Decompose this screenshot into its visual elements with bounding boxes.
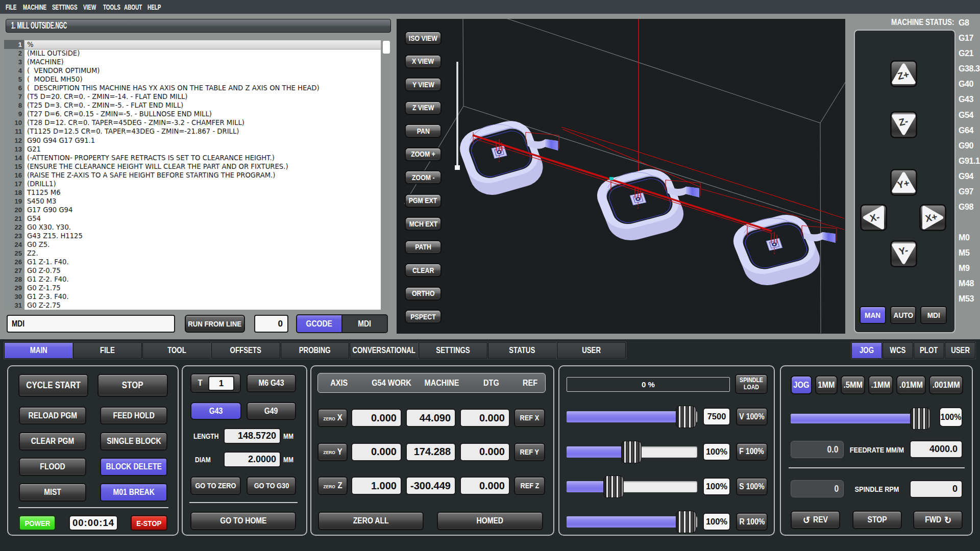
mode-button[interactable]: AUTO — [890, 306, 917, 324]
gcode-line[interactable]: 15 (ENSURE THE CLEARANCE HEIGHT WILL CLE… — [4, 162, 381, 171]
tool-number-value[interactable]: 1 — [208, 376, 234, 391]
main-tab[interactable]: USER — [557, 342, 626, 359]
gcode-line[interactable]: 9 (T27 D=6. CR=0.15 - ZMIN=-5. - BULLNOS… — [4, 110, 381, 118]
menu-item[interactable]: HELP — [148, 3, 168, 11]
main-tab[interactable]: OFFSETS — [211, 342, 280, 359]
override-slider-handle[interactable] — [676, 406, 696, 428]
gcode-scrollbar[interactable] — [382, 40, 390, 310]
gcode-line[interactable]: 25 Z2. — [4, 249, 381, 258]
jog-increment-button[interactable]: .1MM — [868, 375, 893, 394]
m6-g43-button[interactable]: M6 G43 — [247, 374, 296, 392]
gcode-line[interactable]: 30 G1 Z-3. F40. — [4, 292, 381, 301]
gcode-line[interactable]: 12 G90 G94 G17 G91.1 — [4, 136, 381, 145]
gcode-line[interactable]: 4 ( VENDOR OPTIMUM) — [4, 66, 381, 75]
override-slider[interactable] — [567, 446, 697, 458]
main-tab[interactable]: STATUS — [488, 342, 557, 359]
view-button[interactable]: ZOOM + — [405, 147, 442, 161]
jog-x-plus-button[interactable]: X+ — [919, 204, 946, 231]
view-button[interactable]: X VIEW — [405, 55, 442, 68]
view-button[interactable]: MCH EXT — [405, 217, 442, 231]
main-tab[interactable]: CONVERSATIONAL — [350, 342, 419, 359]
view-button[interactable]: Y VIEW — [405, 78, 442, 91]
gcode-line[interactable]: 13 G21 — [4, 145, 381, 154]
gcode-line[interactable]: 5 ( MODEL MH50) — [4, 75, 381, 84]
override-slider[interactable] — [567, 481, 697, 492]
override-slider-handle[interactable] — [621, 441, 642, 463]
jog-z-minus-button[interactable]: Z- — [890, 111, 917, 138]
jog-increment-button[interactable]: 1MM — [815, 375, 838, 394]
main-tab[interactable]: FILE — [73, 342, 142, 359]
view-button[interactable]: PAN — [405, 124, 442, 138]
gcode-line[interactable]: 29 G0 Z-1.75 — [4, 284, 381, 292]
gcode-editor[interactable]: 1 % 2 (MILL OUTSIDE) 3 (MACHINE) 4 ( VEN… — [4, 40, 381, 310]
view-button[interactable]: Z VIEW — [405, 101, 442, 115]
view-button[interactable]: ORTHO — [405, 287, 442, 300]
run-from-line-value[interactable]: 0 — [254, 315, 288, 333]
view-button[interactable]: PATH — [405, 240, 442, 254]
feedrate-setting-value[interactable]: 4000.0 — [910, 440, 963, 458]
right-tab[interactable]: USER — [945, 342, 975, 359]
jog-speed-slider[interactable] — [791, 414, 930, 423]
spindle-rev-button[interactable]: ↺ REV — [791, 511, 840, 529]
gcode-line[interactable]: 19 S450 M3 — [4, 197, 381, 206]
spindle-load-button[interactable]: SPINDLE LOAD — [735, 374, 768, 394]
gcode-scrollbar-thumb[interactable] — [383, 41, 390, 54]
gremlin-3d-view[interactable]: ISO VIEW X VIEW Y VIEW Z VIEW PAN ZOOM + — [397, 19, 845, 334]
mdi-input[interactable]: MDI — [7, 315, 175, 333]
override-reset-button[interactable]: V 100% — [736, 408, 768, 425]
view-button[interactable]: ISO VIEW — [405, 31, 442, 45]
override-slider-handle[interactable] — [603, 475, 624, 498]
override-slider[interactable] — [567, 516, 697, 528]
override-reset-button[interactable]: R 100% — [736, 513, 768, 531]
gcode-line[interactable]: 23 G43 Z15. H1125 — [4, 232, 381, 240]
mode-button[interactable]: MAN — [860, 306, 886, 324]
gcode-line[interactable]: 2 (MILL OUTSIDE) — [4, 49, 381, 58]
gcode-line[interactable]: 28 G1 Z-2. F40. — [4, 275, 381, 284]
jog-increment-button[interactable]: JOG — [791, 375, 812, 394]
gcode-line[interactable]: 7 (T5 D=20. CR=0. - ZMIN=-14. - FLAT END… — [4, 92, 381, 101]
main-tab[interactable]: SETTINGS — [419, 342, 487, 359]
jog-y-minus-button[interactable]: Y- — [890, 240, 917, 267]
menu-item[interactable]: FILE — [6, 3, 22, 11]
gcode-line[interactable]: 6 ( DESCRIPTION THIS MACHINE HAS YX AXIS… — [4, 84, 381, 92]
jog-slider-handle[interactable] — [910, 408, 930, 430]
main-tab[interactable]: MAIN — [4, 342, 73, 359]
mdi-toggle-button[interactable]: MDI — [341, 315, 387, 332]
jog-x-minus-button[interactable]: X- — [860, 204, 887, 231]
gcode-line[interactable]: 31 G0 Z-2.75 — [4, 301, 381, 310]
override-reset-button[interactable]: F 100% — [736, 443, 768, 461]
main-tab[interactable]: PROBING — [281, 342, 350, 359]
override-reset-button[interactable]: S 100% — [736, 478, 768, 495]
view-button[interactable]: CLEAR — [405, 263, 442, 277]
right-tab[interactable]: PLOT — [914, 342, 944, 359]
gcode-line[interactable]: 21 G54 — [4, 214, 381, 223]
jog-z-plus-button[interactable]: Z+ — [890, 60, 917, 87]
gcode-line[interactable]: 22 G0 X30. Y30. — [4, 223, 381, 232]
spindle-rpm-setting-value[interactable]: 0 — [910, 480, 963, 498]
gcode-line[interactable]: 16 (RAISE THE Z-AXIS TO A SAFE HEIGHT BE… — [4, 171, 381, 180]
gcode-line[interactable]: 27 G0 Z-0.75 — [4, 266, 381, 275]
spindle-fwd-button[interactable]: FWD ↻ — [913, 511, 963, 529]
menu-item[interactable]: VIEW — [83, 3, 103, 11]
right-tab[interactable]: WCS — [883, 342, 913, 359]
gcode-line[interactable]: 18 T1125 M6 — [4, 188, 381, 197]
override-slider-handle[interactable] — [676, 511, 696, 533]
run-from-line-button[interactable]: RUN FROM LINE — [185, 315, 245, 333]
gcode-line[interactable]: 20 G17 G90 G94 — [4, 206, 381, 214]
spindle-stop-button[interactable]: STOP — [852, 511, 902, 529]
main-tab[interactable]: TOOL — [142, 342, 211, 359]
view-button[interactable]: PSPECT — [405, 310, 442, 323]
gcode-line[interactable]: 17 (DRILL1) — [4, 180, 381, 188]
jog-increment-button[interactable]: .5MM — [841, 375, 866, 394]
stop-button[interactable]: STOP — [97, 374, 168, 397]
jog-increment-button[interactable]: .001MM — [929, 375, 963, 394]
jog-increment-button[interactable]: .01MM — [896, 375, 926, 394]
cycle-start-button[interactable]: CYCLE START — [18, 374, 88, 397]
right-tab[interactable]: JOG — [851, 342, 882, 359]
gcode-line[interactable]: 10 (T28 D=12. CR=0. TAPER=45DEG - ZMIN=-… — [4, 118, 381, 127]
gcode-line[interactable]: 26 G1 Z-1. F40. — [4, 258, 381, 266]
gcode-line[interactable]: 14 (-ATTENTION- PROPERTY SAFE RETRACTS I… — [4, 154, 381, 162]
gcode-line[interactable]: 1 % — [4, 40, 381, 49]
gcode-toggle-button[interactable]: GCODE — [297, 315, 341, 332]
gcode-line[interactable]: 8 (T25 D=3. CR=0. - ZMIN=-5. - FLAT END … — [4, 101, 381, 110]
